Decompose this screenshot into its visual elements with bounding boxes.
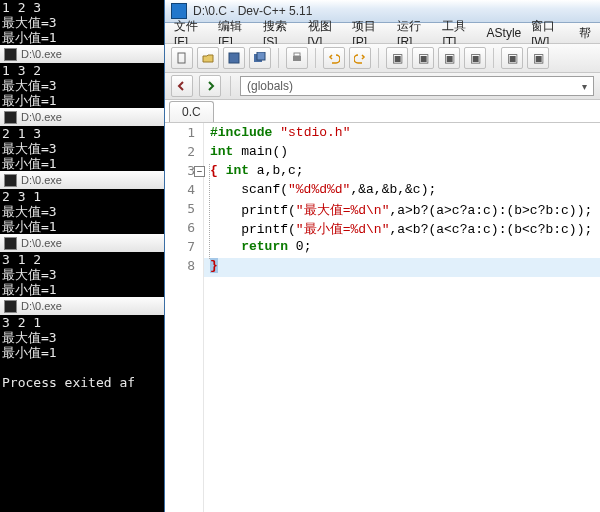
editor[interactable]: 1 2 3− 4 5 6 7 8 #include "stdio.h" int … [165,123,600,512]
svg-rect-5 [294,53,300,56]
compile-button[interactable]: ▣ [386,47,408,69]
svg-rect-4 [293,56,301,61]
redo-button[interactable] [349,47,371,69]
editor-tabs: 0.C [165,100,600,123]
console-icon [4,111,17,124]
debug-button[interactable]: ▣ [501,47,523,69]
print-button[interactable] [286,47,308,69]
svg-rect-3 [257,52,265,60]
gutter: 1 2 3− 4 5 6 7 8 [165,123,204,512]
console-title: D:\0.exe [21,300,62,312]
svg-rect-0 [178,53,185,63]
tab-file[interactable]: 0.C [169,101,214,122]
scope-value: (globals) [247,79,293,93]
menubar: 文件[F] 编辑[E] 搜索[S] 视图[V] 项目[P] 运行[R] 工具[T… [165,23,600,44]
console-icon [4,300,17,313]
compile-run-button[interactable]: ▣ [438,47,460,69]
navigator-bar: (globals) ▾ [165,73,600,100]
console-output: 1 2 3 最大值=3 最小值=1 [0,0,164,45]
console-icon [4,174,17,187]
console-title: D:\0.exe [21,237,62,249]
rebuild-button[interactable]: ▣ [464,47,486,69]
console-titlebar[interactable]: D:\0.exe [0,171,164,189]
open-button[interactable] [197,47,219,69]
console-icon [4,237,17,250]
menu-help[interactable]: 帮 [576,24,594,43]
goto-back-button[interactable] [171,75,193,97]
toolbar: ▣ ▣ ▣ ▣ ▣ ▣ [165,44,600,73]
save-button[interactable] [223,47,245,69]
console-title: D:\0.exe [21,111,62,123]
undo-button[interactable] [323,47,345,69]
console-icon [4,48,17,61]
run-button[interactable]: ▣ [412,47,434,69]
menu-astyle[interactable]: AStyle [484,25,525,41]
dropdown-icon: ▾ [582,81,587,92]
console-titlebar[interactable]: D:\0.exe [0,108,164,126]
code-area[interactable]: #include "stdio.h" int main() { int a,b,… [204,123,600,512]
console-title: D:\0.exe [21,48,62,60]
console-panel: 1 2 3 最大值=3 最小值=1 D:\0.exe 1 3 2 最大值=3 最… [0,0,164,512]
new-file-button[interactable] [171,47,193,69]
console-titlebar[interactable]: D:\0.exe [0,45,164,63]
profile-button[interactable]: ▣ [527,47,549,69]
console-titlebar[interactable]: D:\0.exe [0,234,164,252]
goto-fwd-button[interactable] [199,75,221,97]
ide-window: D:\0.C - Dev-C++ 5.11 文件[F] 编辑[E] 搜索[S] … [164,0,600,512]
svg-rect-1 [229,53,239,63]
save-all-button[interactable] [249,47,271,69]
scope-selector[interactable]: (globals) ▾ [240,76,594,96]
console-title: D:\0.exe [21,174,62,186]
console-titlebar[interactable]: D:\0.exe [0,297,164,315]
